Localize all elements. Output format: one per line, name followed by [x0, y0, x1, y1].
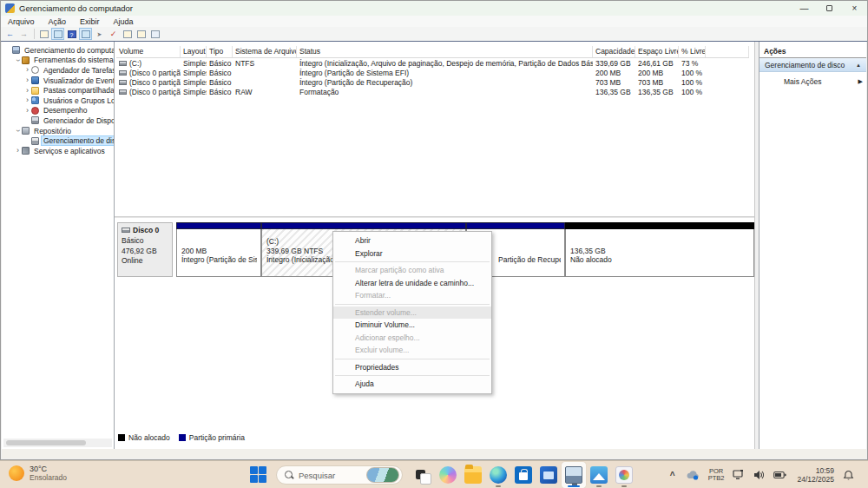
menu-item-estender-volume[interactable]: Estender volume... [333, 307, 491, 320]
tree-item-gerenciamento-do-computador[interactable]: Gerenciamento do computador [2, 45, 114, 56]
language-indicator[interactable]: PORPTB2 [708, 468, 725, 482]
primary-partition-color-bar [466, 222, 565, 229]
volume-icon[interactable] [753, 470, 765, 480]
expander-closed-icon[interactable]: › [14, 147, 22, 155]
title-bar[interactable]: Gerenciamento do computador — × [1, 1, 867, 16]
onedrive-icon[interactable] [686, 470, 700, 480]
menu-item-excluir-volume[interactable]: Excluir volume... [333, 344, 491, 357]
volume-row-disco-0-particao-1[interactable]: (Disco 0 partição 1)SimplesBásicoÍntegro… [116, 68, 749, 77]
taskbar-edge-button[interactable] [486, 462, 510, 488]
menu-item-formatar[interactable]: Formatar... [333, 289, 491, 302]
expander-closed-icon[interactable]: › [23, 76, 31, 84]
expander-closed-icon[interactable]: › [23, 87, 31, 95]
taskbar-copilot-button[interactable] [436, 462, 460, 488]
tree-item-usuarios-e-grupos-locais[interactable]: ›Usuários e Grupos Locais [2, 96, 114, 106]
volume-row-c[interactable]: (C:)SimplesBásicoNTFSÍntegro (Inicializa… [116, 58, 749, 68]
taskbar-paint-button[interactable] [612, 462, 636, 488]
weather-widget[interactable]: 30°C Ensolarado [9, 465, 67, 482]
tree-item-desempenho[interactable]: ›Desempenho [2, 106, 114, 116]
volume-list: VolumeLayoutTipoSistema de ArquivosStatu… [116, 46, 749, 96]
battery-icon[interactable] [773, 471, 786, 479]
expander-open-icon[interactable]: › [14, 56, 22, 64]
cell-status: Íntegro (Partição de Recuperação) [297, 78, 593, 87]
volume-row-disco-0-particao-5[interactable]: (Disco 0 partição 5)SimplesBásicoRAWForm… [116, 87, 749, 96]
tree-item-repositorio[interactable]: ›Repositório [2, 126, 114, 136]
column-header-blank[interactable] [706, 46, 749, 57]
taskbar-task-view-button[interactable] [411, 462, 435, 488]
start-button[interactable] [249, 465, 268, 485]
menu-item-ajuda[interactable]: Ajuda [333, 378, 491, 391]
clock[interactable]: 10:59 24/12/2025 [797, 466, 834, 484]
check-list-button[interactable]: ✓ [107, 28, 120, 40]
menu-ajuda[interactable]: Ajuda [114, 17, 134, 26]
tree-item-pastas-compartilhadas[interactable]: ›Pastas compartilhadas [2, 85, 114, 96]
column-header-capacidade[interactable]: Capacidade [593, 46, 635, 57]
search-daily-image[interactable] [366, 467, 399, 483]
console-tree-toggle-button[interactable] [51, 28, 64, 40]
menu-exibir[interactable]: Exibir [80, 17, 100, 26]
notifications-bell-icon[interactable] [843, 470, 854, 481]
menu-item-alterar-letra-de-unidade-e-caminho[interactable]: Alterar letra de unidade e caminho... [333, 277, 491, 290]
find-folder-button[interactable] [135, 28, 148, 40]
menu-item-abrir[interactable]: Abrir [333, 234, 491, 247]
column-header-livre[interactable]: % Livre [679, 46, 706, 57]
column-header-volume[interactable]: Volume [116, 46, 181, 57]
up-level-folder-icon [123, 30, 132, 38]
expander-closed-icon[interactable]: › [23, 96, 31, 104]
action-menu-button[interactable]: ➤ [93, 28, 106, 40]
more-actions-item[interactable]: Mais Ações ▶ [760, 76, 866, 88]
expander-closed-icon[interactable]: › [23, 107, 31, 115]
menu-item-explorar[interactable]: Explorar [333, 247, 491, 260]
tree-item-gerenciamento-de-disco[interactable]: Gerenciamento de disco [2, 135, 114, 146]
cell-tipo: Básico [207, 69, 233, 77]
console-tree-toggle-icon [54, 30, 62, 38]
tree-item-agendador-de-tarefas[interactable]: ›Agendador de Tarefas [2, 65, 114, 76]
tray-overflow-chevron-icon[interactable]: ^ [670, 471, 675, 480]
taskbar-computer-management-button[interactable] [562, 462, 586, 488]
menu-item-propriedades[interactable]: Propriedades [333, 361, 491, 374]
menu-arquivo[interactable]: Arquivo [8, 17, 35, 26]
folder-icon [31, 87, 39, 95]
export-list-button[interactable] [37, 28, 50, 40]
partition-unallocated[interactable]: 136,35 GBNão alocado [565, 222, 754, 277]
tree-item-visualizador-de-eventos[interactable]: ›Visualizador de Eventos [2, 76, 114, 86]
properties-view-button[interactable] [148, 28, 161, 40]
menu-acao[interactable]: Ação [49, 17, 67, 26]
partition-segment-1[interactable]: 200 MBÍntegro (Partição de Siste [176, 222, 261, 277]
menu-item-marcar-particao-como-ativa[interactable]: Marcar partição como ativa [333, 264, 491, 277]
expander-open-icon[interactable]: › [14, 127, 22, 135]
tree-item-servicos-e-aplicativos[interactable]: ›Serviços e aplicativos [2, 146, 114, 156]
column-header-layout[interactable]: Layout [181, 46, 207, 57]
forward-arrow-button[interactable]: → [17, 28, 30, 40]
taskbar-outlook-button[interactable] [536, 462, 561, 488]
close-button[interactable]: × [842, 1, 867, 16]
taskbar-photos-button[interactable] [587, 462, 611, 488]
tree-horizontal-scrollbar[interactable] [3, 439, 112, 447]
search-box[interactable]: Pesquisar [276, 465, 403, 485]
expander-closed-icon[interactable]: › [23, 66, 31, 74]
up-level-folder-button[interactable] [121, 28, 134, 40]
tree-item-ferramentas-do-sistema[interactable]: ›Ferramentas do sistema [2, 56, 114, 66]
taskbar-file-explorer-button[interactable] [461, 462, 485, 488]
help-button[interactable]: ? [65, 28, 78, 40]
column-header-tipo[interactable]: Tipo [207, 46, 233, 57]
view-splitter[interactable] [115, 216, 754, 218]
back-arrow-button[interactable]: ← [3, 28, 16, 40]
collapse-icon[interactable]: ▲ [856, 63, 861, 68]
taskbar-microsoft-store-button[interactable] [511, 462, 536, 488]
tree-item-gerenciador-de-dispositivos[interactable]: Gerenciador de Dispositivos [2, 115, 114, 126]
toolbar-separator [34, 29, 35, 39]
disk-0-label[interactable]: Disco 0 Básico 476,92 GB Online [117, 222, 173, 277]
network-icon[interactable] [733, 470, 745, 480]
menu-item-adicionar-espelho[interactable]: Adicionar espelho... [333, 332, 491, 345]
volume-row-disco-0-particao-4[interactable]: (Disco 0 partição 4)SimplesBásicoÍntegro… [116, 77, 749, 87]
actions-group-disk-management[interactable]: Gerenciamento de disco ▲ [760, 58, 866, 72]
column-header-sistema-de-arquivos[interactable]: Sistema de Arquivos [233, 46, 297, 57]
column-header-status[interactable]: Status [297, 46, 593, 57]
column-header-espaco-livre[interactable]: Espaço Livre [635, 46, 679, 57]
show-action-pane-button[interactable] [79, 28, 92, 40]
restore-button[interactable] [817, 1, 842, 16]
minimize-button[interactable]: — [792, 1, 817, 16]
scrollbar-thumb[interactable] [6, 440, 86, 445]
menu-item-diminuir-volume[interactable]: Diminuir Volume... [333, 319, 491, 332]
